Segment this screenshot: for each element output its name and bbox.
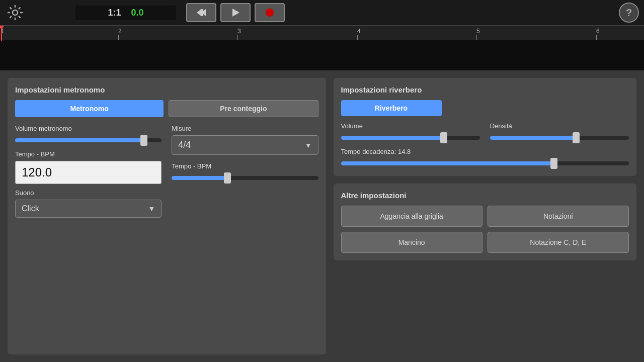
svg-line-7: [19, 8, 21, 10]
right-panel: Impostazioni riverbero Riverbero Volume …: [334, 78, 637, 354]
ruler-mark-2: 2: [118, 28, 122, 35]
transport-controls: [186, 3, 285, 22]
reverb-density-fill: [490, 136, 576, 140]
mancino-button[interactable]: Mancino: [341, 232, 482, 253]
reverb-volume-label: Volume: [341, 122, 480, 130]
svg-marker-12: [232, 9, 239, 17]
reverb-volume-fill: [341, 136, 444, 140]
metronome-panel-title: Impostazioni metronomo: [15, 85, 318, 94]
volume-metronome-fill: [15, 138, 144, 142]
help-icon[interactable]: ?: [619, 3, 639, 23]
metro-right-col: Misure 4/4 ▼ Tempo - BPM: [172, 125, 318, 218]
measures-dropdown-value: 4/4: [178, 140, 191, 150]
transport-info: 1:1 0.0: [75, 6, 176, 20]
transport-position: 1:1: [108, 8, 121, 18]
timeline-area: 1 2 3 4 5 6 // We'll add small ticks via…: [0, 25, 644, 70]
reverb-density-label: Densità: [490, 122, 629, 130]
sound-dropdown-value: Click: [22, 204, 39, 213]
metro-left-col: Volume metronomo Tempo - BPM Suono Click…: [15, 125, 162, 218]
metronome-panel: Impostazioni metronomo Metronomo Pre con…: [8, 78, 326, 354]
volume-metronome-slider[interactable]: [15, 135, 162, 145]
other-buttons-grid: Aggancia alla griglia Notazioni Mancino …: [341, 206, 629, 253]
reverb-density-slider[interactable]: [490, 133, 629, 143]
svg-line-8: [10, 16, 12, 18]
svg-marker-9: [197, 9, 201, 16]
main-content: Impostazioni metronomo Metronomo Pre con…: [0, 70, 644, 362]
tick-2: [118, 35, 119, 40]
reverb-controls: Volume Densità: [341, 122, 629, 143]
decay-slider[interactable]: [341, 158, 629, 168]
sound-dropdown-arrow: ▼: [148, 205, 155, 213]
reverb-volume-track: [341, 136, 480, 140]
decay-fill: [341, 161, 554, 165]
tempo-bpm-fill: [172, 176, 227, 180]
reverb-volume-thumb[interactable]: [440, 132, 447, 143]
tempo-bpm-track: [172, 176, 318, 180]
measures-dropdown[interactable]: 4/4 ▼: [172, 135, 318, 155]
precount-tab-button[interactable]: Pre conteggio: [169, 100, 318, 117]
reverb-density-thumb[interactable]: [573, 132, 580, 143]
playhead-triangle: [0, 26, 4, 30]
decay-track: [341, 161, 629, 165]
gear-icon[interactable]: [5, 3, 25, 23]
top-bar-left: 1:1 0.0: [5, 3, 285, 23]
measures-dropdown-arrow: ▼: [305, 141, 312, 149]
metronome-body: Volume metronomo Tempo - BPM Suono Click…: [15, 125, 318, 218]
transport-time: 0.0: [131, 8, 143, 18]
reverb-volume-slider[interactable]: [341, 133, 480, 143]
rewind-button[interactable]: [186, 3, 216, 22]
decay-thumb[interactable]: [550, 158, 557, 169]
tick-4: [357, 35, 358, 40]
bpm-input[interactable]: [15, 161, 162, 184]
ruler-mark-4: 4: [357, 28, 361, 35]
record-button[interactable]: [255, 3, 285, 22]
reverb-panel-title: Impostazioni riverbero: [341, 85, 629, 94]
ruler[interactable]: 1 2 3 4 5 6 // We'll add small ticks via…: [0, 25, 644, 40]
tempo-bpm-thumb[interactable]: [224, 172, 231, 184]
svg-point-0: [13, 10, 18, 15]
volume-metronome-track: [15, 138, 162, 142]
ruler-mark-3: 3: [237, 28, 241, 35]
tick-3: [237, 35, 238, 40]
reverb-volume-control: Volume: [341, 122, 480, 143]
volume-metronome-thumb[interactable]: [140, 135, 147, 146]
sound-label: Suono: [15, 189, 162, 197]
notazione-cde-button[interactable]: Notazione C, D, E: [488, 232, 629, 253]
other-panel-title: Altre impostazioni: [341, 191, 629, 200]
reverb-panel: Impostazioni riverbero Riverbero Volume …: [334, 78, 637, 176]
tick-6: [596, 35, 597, 40]
ruler-mark-5: 5: [476, 28, 480, 35]
metronome-tab-button[interactable]: Metronomo: [15, 100, 164, 117]
playhead: [1, 26, 2, 41]
track-area: [0, 40, 644, 70]
volume-metronome-label: Volume metronomo: [15, 125, 162, 132]
tempo-bpm-left-label: Tempo - BPM: [15, 150, 162, 158]
notazioni-button[interactable]: Notazioni: [488, 206, 629, 227]
tick-5: [476, 35, 477, 40]
svg-line-5: [10, 8, 12, 10]
reverb-density-control: Densità: [490, 122, 629, 143]
svg-point-13: [266, 9, 274, 17]
reverb-density-track: [490, 136, 629, 140]
metronome-tabs: Metronomo Pre conteggio: [15, 100, 318, 117]
top-bar: 1:1 0.0 ?: [0, 0, 644, 25]
svg-line-6: [19, 16, 21, 18]
snap-to-grid-button[interactable]: Aggancia alla griglia: [341, 206, 482, 227]
ruler-mark-6: 6: [596, 28, 600, 35]
reverb-tab-button[interactable]: Riverbero: [341, 100, 442, 116]
reverb-tab-row: Riverbero: [341, 100, 629, 116]
sound-dropdown[interactable]: Click ▼: [15, 200, 162, 218]
decay-label: Tempo decadenza: 14.8: [341, 148, 629, 155]
play-button[interactable]: [220, 3, 251, 22]
measures-label: Misure: [172, 125, 318, 132]
other-settings-panel: Altre impostazioni Aggancia alla griglia…: [334, 184, 637, 260]
tempo-bpm-slider[interactable]: [172, 173, 318, 183]
tempo-bpm-right-label: Tempo - BPM: [172, 162, 318, 170]
